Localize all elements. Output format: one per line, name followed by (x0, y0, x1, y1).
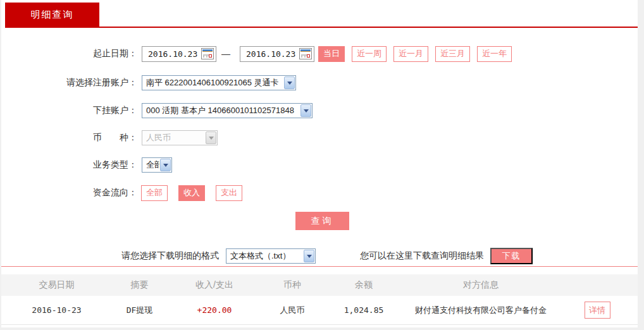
cell-amount: +220.00 (167, 305, 262, 315)
calendar-icon[interactable] (201, 48, 214, 59)
header-balance: 余额 (323, 279, 405, 291)
chevron-down-icon[interactable] (300, 104, 311, 117)
currency-value: 人民币 (146, 132, 171, 144)
business-type-row: 业务类型： 全部 (1, 157, 172, 173)
quick-range-today-button[interactable]: 当日 (318, 46, 345, 62)
chevron-down-icon (206, 131, 216, 144)
fund-flow-expense-button[interactable]: 支出 (216, 185, 242, 201)
cell-currency: 人民币 (262, 305, 323, 316)
chevron-down-icon[interactable] (304, 250, 314, 262)
content-panel: 明细查询 起止日期： 2016.10.23 — 2016.10.23 当日 近一… (1, 0, 638, 327)
registered-account-value: 南平 6222001406100921065 灵通卡 (146, 77, 279, 89)
fund-flow-row: 资金流向： 全部 收入 支出 (1, 185, 242, 201)
results-table: 交易日期 摘要 收入/支出 币种 余额 对方信息 2016-10-23 DF提现… (1, 274, 638, 325)
sub-account-select[interactable]: 000 活期 基本户 1406600101102571848 (142, 103, 313, 118)
registered-account-row: 请选择注册账户： 南平 6222001406100921065 灵通卡 (1, 75, 296, 91)
date-range-label: 起止日期： (1, 48, 137, 59)
registered-account-select[interactable]: 南平 6222001406100921065 灵通卡 (142, 75, 296, 90)
quick-range-3months-button[interactable]: 近三月 (435, 46, 470, 62)
tab-detail-query[interactable]: 明细查询 (5, 3, 99, 27)
quick-range-month-button[interactable]: 近一月 (393, 46, 428, 62)
date-range-separator: — (221, 49, 230, 59)
business-type-select[interactable]: 全部 (142, 157, 172, 173)
header-summary: 摘要 (112, 279, 167, 291)
end-date-input[interactable]: 2016.10.23 (240, 46, 314, 62)
download-format-label: 请您选择下载明细的格式 (121, 250, 219, 262)
business-type-value: 全部 (146, 159, 159, 171)
download-format-select[interactable]: 文本格式（.txt） (226, 248, 316, 264)
cell-action: 详情 (557, 302, 638, 319)
quick-range-year-button[interactable]: 近一年 (477, 46, 512, 62)
download-hint: 您可以在这里下载查询明细结果 (360, 250, 484, 262)
currency-label: 币 种： (1, 132, 137, 144)
download-format-value: 文本格式（.txt） (230, 250, 290, 262)
fund-flow-income-button[interactable]: 收入 (178, 185, 205, 201)
start-date-input[interactable]: 2016.10.23 (142, 46, 216, 62)
download-row: 请您选择下载明细的格式 文本格式（.txt） 您可以在这里下载查询明细结果 下载 (1, 248, 638, 264)
table-row: 2016-10-23 DF提现 +220.00 人民币 1,024.85 财付通… (1, 296, 638, 325)
table-header-row: 交易日期 摘要 收入/支出 币种 余额 对方信息 (1, 274, 638, 296)
header-currency: 币种 (262, 279, 323, 291)
query-button[interactable]: 查询 (295, 212, 349, 230)
end-date-value: 2016.10.23 (246, 49, 295, 59)
download-button[interactable]: 下载 (490, 248, 533, 264)
start-date-value: 2016.10.23 (148, 49, 197, 59)
sub-account-value: 000 活期 基本户 1406600101102571848 (146, 105, 294, 116)
business-type-label: 业务类型： (1, 159, 137, 171)
registered-account-label: 请选择注册账户： (1, 77, 137, 89)
cell-balance: 1,024.85 (323, 305, 405, 315)
page: 明细查询 起止日期： 2016.10.23 — 2016.10.23 当日 近一… (0, 0, 644, 330)
header-counterparty: 对方信息 (405, 279, 557, 291)
calendar-icon[interactable] (299, 48, 312, 59)
fund-flow-all-button[interactable]: 全部 (141, 185, 168, 201)
chevron-down-icon[interactable] (160, 159, 171, 171)
cell-summary: DF提现 (112, 305, 167, 316)
cell-date: 2016-10-23 (1, 305, 112, 315)
sub-account-label: 下挂账户： (1, 105, 137, 116)
chevron-down-icon[interactable] (284, 76, 295, 89)
currency-row: 币 种： 人民币 (1, 130, 218, 146)
detail-button[interactable]: 详情 (585, 302, 610, 319)
fund-flow-label: 资金流向： (1, 187, 137, 199)
header-amount: 收入/支出 (167, 279, 262, 291)
date-range-row: 起止日期： 2016.10.23 — 2016.10.23 当日 近一周 近一月… (1, 46, 512, 62)
header-date: 交易日期 (1, 279, 112, 291)
sub-account-row: 下挂账户： 000 活期 基本户 1406600101102571848 (1, 102, 313, 119)
tab-underline (5, 27, 638, 28)
currency-select: 人民币 (142, 130, 218, 145)
cell-counterparty: 财付通支付科技有限公司客户备付金 (405, 305, 557, 316)
table-separator (1, 266, 638, 267)
quick-range-week-button[interactable]: 近一周 (352, 46, 387, 62)
